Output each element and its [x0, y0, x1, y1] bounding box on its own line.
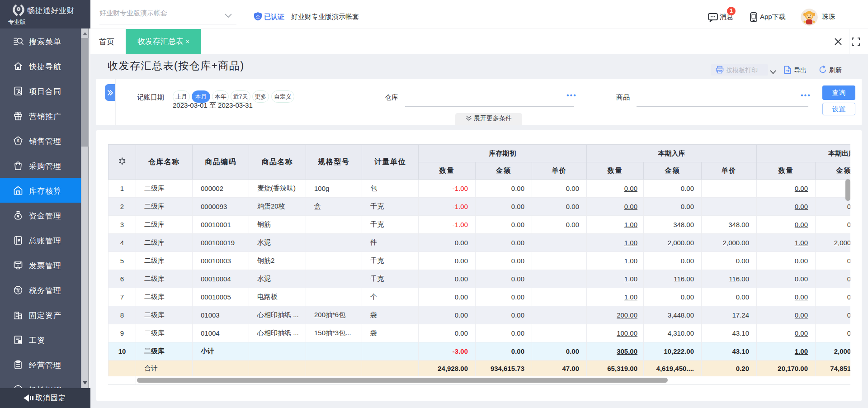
- svg-text:企: 企: [256, 14, 260, 19]
- svg-text:$: $: [17, 138, 19, 142]
